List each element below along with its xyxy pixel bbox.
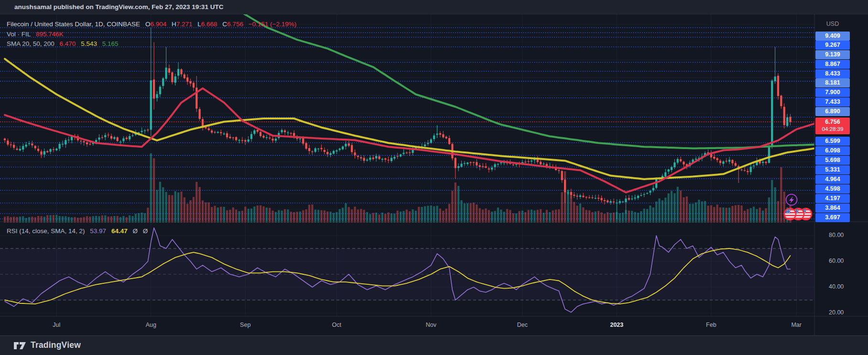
price-scale-label: 7.433 <box>815 97 850 107</box>
price-scale-label: 3.697 <box>815 213 850 222</box>
high-label: H <box>172 21 176 28</box>
price-scale-label: 5.698 <box>815 156 850 165</box>
open-value: 6.904 <box>150 21 166 28</box>
rsi-scale-label: 60.00 <box>829 258 844 264</box>
rsi-extra-1: Ø <box>132 227 138 235</box>
time-scale[interactable]: JulAugSepOctNovDec2023FebMar <box>0 316 814 335</box>
symbol-legend-row[interactable]: Filecoin / United States Dollar, 1D, COI… <box>7 21 296 28</box>
time-scale-month-label: Mar <box>791 322 802 328</box>
low-value: 6.668 <box>201 21 217 28</box>
volume-value: 895.746K <box>36 31 64 38</box>
sma20-value: 6.470 <box>60 40 76 47</box>
price-scale-label: 4.598 <box>815 184 850 194</box>
time-scale-month-label: Dec <box>517 322 528 328</box>
rsi-ma-value: 64.47 <box>111 227 128 235</box>
price-scale-label: 9.409 <box>815 32 850 41</box>
price-scale-label: 8.867 <box>815 60 850 69</box>
us-flag-event-icon[interactable] <box>784 208 796 220</box>
time-scale-month-label: Jul <box>53 322 60 328</box>
rsi-scale-label: 40.00 <box>829 283 844 290</box>
sma50-value: 5.543 <box>81 40 97 47</box>
low-label: L <box>197 21 201 28</box>
rsi-legend-row[interactable]: RSI (14, close, SMA, 14, 2) 53.97 64.47 … <box>7 227 148 235</box>
price-scale-label: 3.864 <box>815 204 850 213</box>
publish-attribution: anushsamal published on TradingView.com,… <box>14 3 223 11</box>
time-scale-month-label: Sep <box>240 322 250 328</box>
open-label: O <box>145 21 151 28</box>
time-scale-month-label: Aug <box>146 322 156 328</box>
price-scale[interactable]: USD 9.4099.2679.1398.8678.4338.1817.9007… <box>814 14 868 335</box>
sma200-value: 5.165 <box>102 40 119 47</box>
footer-bar: TradingView <box>0 335 868 355</box>
price-scale-label: 6.890 <box>815 107 850 116</box>
current-price-label: 6.75604:28:39 <box>815 118 850 134</box>
time-scale-month-label: Feb <box>706 322 716 328</box>
price-scale-label: 4.964 <box>815 175 850 184</box>
rsi-value: 53.97 <box>90 227 106 235</box>
sma-legend-row[interactable]: SMA 20, 50, 200 6.470 5.543 5.165 <box>7 40 119 47</box>
volume-legend-row[interactable]: Vol · FIL 895.746K <box>7 31 64 38</box>
rsi-scale-label: 20.00 <box>829 309 844 316</box>
high-value: 7.271 <box>176 21 193 28</box>
price-scale-label: 9.139 <box>815 50 850 59</box>
time-scale-month-label: Oct <box>332 322 341 328</box>
close-label: C <box>222 21 227 28</box>
tradingview-published-chart: anushsamal published on TradingView.com,… <box>0 0 868 355</box>
tradingview-brand-text: TradingView <box>31 340 81 350</box>
sma-label: SMA 20, 50, 200 <box>7 40 54 47</box>
price-scale-label: 7.900 <box>815 88 850 97</box>
price-scale-label: 8.433 <box>815 69 850 78</box>
chart-canvas[interactable] <box>0 0 868 355</box>
tradingview-logo-icon <box>13 341 26 350</box>
change-value: −0.151 (−2.19%) <box>249 21 297 28</box>
lightning-event-icon[interactable] <box>786 194 797 205</box>
time-scale-month-label: 2023 <box>610 322 623 328</box>
price-scale-label: 6.098 <box>815 146 850 155</box>
price-scale-label: 9.267 <box>815 41 850 50</box>
symbol-title: Filecoin / United States Dollar, 1D, COI… <box>7 21 140 28</box>
publish-bar: anushsamal published on TradingView.com,… <box>0 0 868 14</box>
close-value: 6.756 <box>227 21 243 28</box>
price-scale-label: 4.197 <box>815 194 850 203</box>
price-scale-label: 8.181 <box>815 78 850 87</box>
time-scale-month-label: Nov <box>426 322 436 328</box>
current-price: 6.756 <box>815 118 850 126</box>
rsi-extra-2: Ø <box>143 227 148 235</box>
bar-countdown: 04:28:39 <box>815 126 850 132</box>
currency-label: USD <box>815 21 850 27</box>
rsi-label: RSI (14, close, SMA, 14, 2) <box>7 227 85 235</box>
tradingview-brand-link[interactable]: TradingView <box>13 340 81 350</box>
price-scale-label: 5.331 <box>815 165 850 174</box>
rsi-scale-label: 80.00 <box>829 232 844 238</box>
volume-label: Vol · FIL <box>7 31 31 38</box>
price-scale-label: 6.599 <box>815 137 850 146</box>
